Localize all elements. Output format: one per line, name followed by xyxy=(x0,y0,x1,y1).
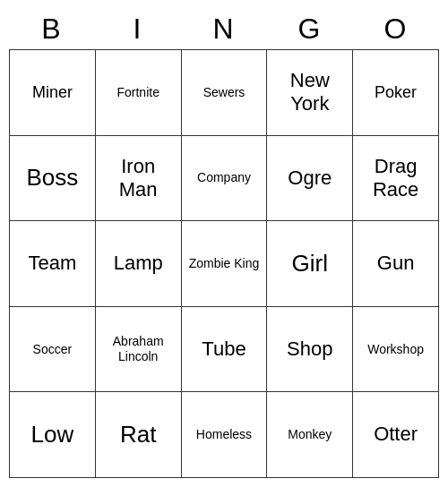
header-letter-I: I xyxy=(95,9,181,49)
bingo-cell-4-4: Otter xyxy=(353,392,439,478)
bingo-cell-2-3: Girl xyxy=(267,221,353,307)
cell-text-0-2: Sewers xyxy=(203,85,246,100)
cell-text-0-0: Miner xyxy=(32,83,73,103)
bingo-cell-2-4: Gun xyxy=(353,221,439,307)
cell-text-4-1: Rat xyxy=(120,421,156,449)
cell-text-4-2: Homeless xyxy=(196,427,252,442)
bingo-cell-1-0: Boss xyxy=(10,136,96,222)
cell-text-1-3: Ogre xyxy=(288,167,332,190)
bingo-cell-0-2: Sewers xyxy=(182,50,268,136)
bingo-cell-2-2: Zombie King xyxy=(182,221,268,307)
bingo-card: BINGO MinerFortniteSewersNew YorkPokerBo… xyxy=(9,9,439,478)
bingo-cell-1-4: Drag Race xyxy=(353,136,439,222)
bingo-cell-3-4: Workshop xyxy=(353,307,439,393)
cell-text-2-4: Gun xyxy=(377,252,415,275)
bingo-cell-2-0: Team xyxy=(10,221,96,307)
cell-text-3-3: Shop xyxy=(287,337,332,361)
bingo-cell-0-0: Miner xyxy=(10,50,96,136)
bingo-cell-3-0: Soccer xyxy=(10,307,96,393)
cell-text-2-2: Zombie King xyxy=(189,256,260,271)
cell-text-1-0: Boss xyxy=(26,164,78,192)
cell-text-4-4: Otter xyxy=(374,423,418,446)
bingo-cell-4-3: Monkey xyxy=(267,392,353,478)
bingo-cell-1-1: Iron Man xyxy=(96,136,182,222)
cell-text-3-4: Workshop xyxy=(367,342,424,357)
header-letter-B: B xyxy=(9,9,95,49)
cell-text-1-2: Company xyxy=(197,170,251,185)
cell-text-2-3: Girl xyxy=(292,250,328,278)
bingo-cell-2-1: Lamp xyxy=(96,221,182,307)
bingo-header: BINGO xyxy=(9,9,439,49)
bingo-cell-0-1: Fortnite xyxy=(96,50,182,136)
bingo-cell-0-3: New York xyxy=(267,50,353,136)
bingo-cell-3-2: Tube xyxy=(182,307,268,393)
bingo-cell-3-3: Shop xyxy=(267,307,353,393)
bingo-cell-4-0: Low xyxy=(10,392,96,478)
cell-text-3-2: Tube xyxy=(202,337,246,361)
bingo-cell-0-4: Poker xyxy=(353,50,439,136)
bingo-cell-3-1: Abraham Lincoln xyxy=(96,307,182,393)
bingo-cell-1-2: Company xyxy=(182,136,268,222)
cell-text-1-1: Iron Man xyxy=(99,155,177,202)
cell-text-2-1: Lamp xyxy=(114,252,163,275)
cell-text-0-1: Fortnite xyxy=(116,85,159,100)
cell-text-3-1: Abraham Lincoln xyxy=(99,334,177,364)
bingo-cell-4-1: Rat xyxy=(96,392,182,478)
bingo-grid: MinerFortniteSewersNew YorkPokerBossIron… xyxy=(9,49,439,478)
bingo-cell-4-2: Homeless xyxy=(182,392,268,478)
bingo-cell-1-3: Ogre xyxy=(267,136,353,222)
header-letter-O: O xyxy=(353,9,439,49)
cell-text-4-3: Monkey xyxy=(288,427,332,442)
cell-text-1-4: Drag Race xyxy=(357,155,435,202)
cell-text-0-3: New York xyxy=(271,69,349,116)
cell-text-2-0: Team xyxy=(29,252,77,275)
cell-text-4-0: Low xyxy=(31,421,74,449)
header-letter-G: G xyxy=(267,9,353,49)
cell-text-0-4: Poker xyxy=(375,83,417,103)
cell-text-3-0: Soccer xyxy=(33,342,73,357)
header-letter-N: N xyxy=(181,9,267,49)
